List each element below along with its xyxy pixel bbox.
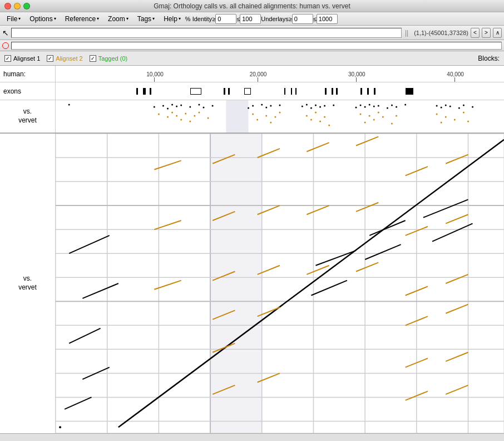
- svg-line-108: [65, 397, 91, 409]
- svg-point-64: [360, 114, 362, 115]
- svg-point-14: [261, 104, 263, 106]
- cursor-tool-icon[interactable]: ↖: [2, 28, 9, 37]
- exon-box-2: [143, 88, 146, 95]
- tick-10000: 10,000: [146, 71, 164, 77]
- svg-line-122: [356, 203, 378, 212]
- pct-identity-max-input[interactable]: [240, 14, 261, 24]
- svg-point-22: [319, 106, 321, 108]
- pct-identity-min-input[interactable]: [215, 14, 236, 24]
- title-bar: Gmaj: Orthology calls vs. all chained al…: [0, 0, 504, 12]
- dot-mini-area: vs. vervet: [0, 100, 504, 134]
- menu-help[interactable]: Help ▾: [159, 14, 185, 24]
- svg-point-21: [315, 105, 317, 106]
- svg-point-30: [378, 105, 379, 107]
- circle-tool-icon[interactable]: [2, 42, 9, 49]
- svg-line-109: [423, 199, 468, 217]
- nav-left-button[interactable]: <: [471, 28, 480, 38]
- menu-options[interactable]: Options ▾: [25, 14, 60, 24]
- toolbar-sep1: ||: [405, 29, 408, 37]
- svg-line-145: [365, 244, 401, 259]
- exon-box-4: [190, 88, 201, 95]
- close-button[interactable]: [4, 3, 11, 9]
- svg-point-47: [185, 113, 186, 115]
- svg-point-69: [382, 116, 384, 118]
- svg-line-124: [446, 214, 468, 223]
- svg-point-15: [265, 107, 267, 109]
- svg-line-138: [446, 352, 468, 361]
- svg-point-12: [248, 107, 249, 109]
- svg-point-67: [373, 119, 375, 121]
- underlays-lte: ≤: [313, 16, 317, 22]
- svg-point-143: [59, 426, 61, 428]
- svg-point-76: [463, 112, 465, 114]
- menu-zoom[interactable]: Zoom ▾: [103, 14, 133, 24]
- svg-point-74: [445, 116, 447, 118]
- pct-identity-label: % Identity: [185, 16, 212, 22]
- exon-box-5: [224, 88, 225, 95]
- minimize-button[interactable]: [14, 3, 21, 9]
- svg-point-20: [310, 107, 312, 109]
- underlays-min-input[interactable]: [292, 14, 313, 24]
- menu-tags[interactable]: Tags ▾: [133, 14, 159, 24]
- toolbar2-scrollbar[interactable]: [11, 42, 502, 50]
- svg-point-38: [449, 106, 451, 107]
- svg-point-17: [279, 105, 281, 106]
- exon-box-6: [228, 88, 230, 95]
- horizontal-scrollbar[interactable]: [0, 433, 504, 441]
- reference-arrow-icon: ▾: [97, 16, 99, 21]
- tagged-label: Tagged (0): [98, 55, 128, 62]
- svg-point-50: [198, 112, 200, 114]
- svg-line-142: [446, 385, 468, 394]
- svg-point-40: [463, 105, 465, 106]
- help-arrow-icon: ▾: [179, 16, 181, 21]
- svg-point-54: [265, 115, 267, 117]
- underlays-max-input[interactable]: [317, 14, 338, 24]
- dotplot-canvas[interactable]: [56, 134, 504, 433]
- svg-line-146: [315, 251, 356, 266]
- svg-point-16: [270, 105, 271, 107]
- svg-point-66: [369, 115, 370, 117]
- svg-point-53: [256, 119, 258, 121]
- exon-box-17: [406, 88, 413, 95]
- svg-line-117: [446, 155, 468, 164]
- alignset1-checkbox[interactable]: ✓: [4, 55, 11, 62]
- toolbar-scrollbar[interactable]: [11, 28, 402, 38]
- alignset1-label: Alignset 1: [13, 55, 40, 62]
- exon-box-13: [336, 88, 338, 95]
- svg-line-104: [69, 236, 110, 253]
- tagged-checkbox[interactable]: ✓: [90, 55, 96, 62]
- file-arrow-icon: ▾: [18, 16, 21, 21]
- menu-file[interactable]: File ▾: [2, 14, 25, 24]
- svg-point-11: [212, 105, 214, 107]
- nav-right-button[interactable]: >: [482, 28, 491, 38]
- coord-display: (1,1)-(45001,37328): [414, 30, 468, 36]
- blocks-label: Blocks:: [478, 55, 500, 62]
- toolbar-row2: [0, 40, 504, 51]
- svg-point-3: [162, 105, 164, 107]
- svg-point-61: [319, 121, 321, 122]
- alignset2-checkbox[interactable]: ✓: [47, 55, 53, 62]
- svg-point-70: [391, 123, 393, 125]
- nav-up-button[interactable]: ∧: [493, 28, 502, 38]
- svg-point-58: [306, 115, 308, 117]
- window-controls[interactable]: [4, 3, 30, 9]
- svg-point-62: [324, 116, 325, 118]
- vs-mini-1: vs.: [23, 107, 32, 116]
- svg-line-131: [446, 275, 468, 283]
- maximize-button[interactable]: [23, 3, 30, 9]
- svg-point-52: [252, 114, 254, 115]
- svg-line-114: [307, 143, 329, 151]
- options-arrow-icon: ▾: [54, 16, 56, 21]
- legend-bar: ✓ Alignset 1 ✓ Alignset 2 ✓ Tagged (0) B…: [0, 51, 504, 66]
- svg-point-59: [310, 119, 312, 121]
- svg-point-10: [202, 107, 204, 109]
- exon-box-12: [332, 88, 333, 95]
- exon-box-3: [150, 88, 151, 95]
- svg-line-105: [82, 283, 118, 298]
- svg-line-147: [311, 281, 347, 296]
- svg-point-29: [373, 106, 375, 107]
- menu-reference[interactable]: Reference ▾: [61, 14, 103, 24]
- exon-track: [56, 82, 504, 100]
- underlays-gte: ≥: [289, 16, 292, 22]
- svg-point-51: [207, 117, 209, 119]
